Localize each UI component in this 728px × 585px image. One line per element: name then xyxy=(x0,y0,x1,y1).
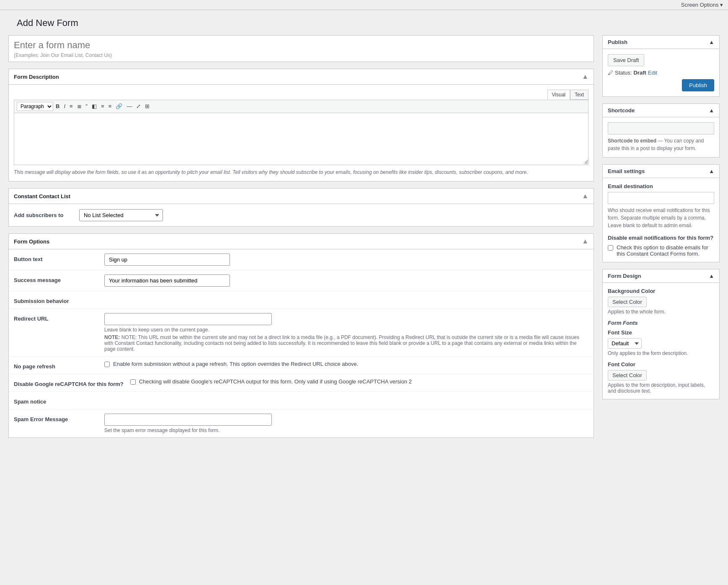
spam-notice-label: Spam notice xyxy=(14,396,98,405)
publish-btn-wrapper: Publish xyxy=(608,79,714,91)
form-description-toggle-icon: ▲ xyxy=(582,73,589,80)
toolbar-format-select[interactable]: Paragraph xyxy=(17,102,53,111)
font-size-select[interactable]: Default Small Medium Large xyxy=(608,338,642,349)
editor-area[interactable] xyxy=(14,113,589,165)
disable-recaptcha-checkbox-label: Checking will disable Google's reCAPTCHA… xyxy=(139,378,412,385)
no-page-refresh-label: No page refresh xyxy=(14,361,98,370)
save-draft-button[interactable]: Save Draft xyxy=(608,54,644,66)
toolbar-ol-btn[interactable]: ≣ xyxy=(75,102,83,111)
main-content: (Examples: Join Our Email List, Contact … xyxy=(8,35,594,445)
toolbar-bold-btn[interactable]: B xyxy=(54,102,61,111)
toolbar-quote-btn[interactable]: " xyxy=(84,102,90,111)
editor-tabs: Visual Text xyxy=(14,90,589,100)
status-value: Draft xyxy=(633,70,646,76)
editor-textarea[interactable] xyxy=(14,113,588,163)
bg-color-button[interactable]: Select Color xyxy=(608,297,647,307)
no-page-refresh-checkbox-row: Enable form submission without a page re… xyxy=(104,361,589,367)
no-page-refresh-checkbox[interactable] xyxy=(104,362,110,367)
form-design-panel: Form Design ▲ Background Color Select Co… xyxy=(602,269,720,399)
spam-error-hint: Set the spam error message displayed for… xyxy=(104,427,589,433)
toolbar-fullscreen-btn[interactable]: ⤢ xyxy=(134,102,142,111)
status-label: Status: xyxy=(615,70,632,76)
form-options-title: Form Options xyxy=(14,238,49,245)
email-settings-toggle-icon: ▲ xyxy=(709,168,714,174)
constant-contact-header[interactable]: Constant Contact List ▲ xyxy=(9,189,594,204)
toolbar-link-btn[interactable]: 🔗 xyxy=(114,102,124,111)
disable-recaptcha-checkbox-row: Checking will disable Google's reCAPTCHA… xyxy=(130,378,589,385)
editor-toolbar: Paragraph B I ≡ ≣ " ◧ ≡ ≡ 🔗 — ⤢ ⊞ xyxy=(14,100,589,113)
toolbar-align-right-btn[interactable]: ≡ xyxy=(107,102,114,111)
submission-behavior-row: Submission behavior xyxy=(9,291,594,309)
disable-email-checkbox[interactable] xyxy=(608,245,613,251)
email-settings-body: Email destination Who should receive ema… xyxy=(603,178,719,262)
shortcode-input[interactable] xyxy=(608,122,714,135)
success-message-row: Success message xyxy=(9,270,594,291)
shortcode-panel-body: Shortcode to embed — You can copy and pa… xyxy=(603,117,719,157)
disable-recaptcha-label: Disable Google reCAPTCHA for this form? xyxy=(14,378,124,387)
shortcode-toggle-icon: ▲ xyxy=(709,107,714,114)
publish-button[interactable]: Publish xyxy=(682,79,714,91)
no-page-refresh-content: Enable form submission without a page re… xyxy=(104,361,589,367)
toolbar-hr-btn[interactable]: — xyxy=(125,102,134,111)
success-message-label: Success message xyxy=(14,274,98,283)
spam-error-content: Set the spam error message displayed for… xyxy=(104,414,589,433)
list-row: Add subscribers to No List Selected xyxy=(9,204,594,226)
bg-color-label: Background Color xyxy=(608,288,714,294)
publish-toggle-icon: ▲ xyxy=(709,39,714,45)
disable-recaptcha-content: Checking will disable Google's reCAPTCHA… xyxy=(130,378,589,385)
disable-recaptcha-row: Disable Google reCAPTCHA for this form? … xyxy=(9,374,594,392)
redirect-url-input[interactable] xyxy=(104,313,272,325)
spam-error-input[interactable] xyxy=(104,414,272,426)
redirect-url-content: Leave blank to keep users on the current… xyxy=(104,313,589,352)
spam-error-label: Spam Error Message xyxy=(14,414,98,422)
form-description-header[interactable]: Form Description ▲ xyxy=(9,69,594,85)
list-select[interactable]: No List Selected xyxy=(79,209,163,221)
toolbar-ul-btn[interactable]: ≡ xyxy=(68,102,75,111)
form-name-input[interactable] xyxy=(9,36,594,52)
font-size-row: Default Small Medium Large xyxy=(608,338,714,349)
toolbar-align-left-btn[interactable]: ◧ xyxy=(90,102,98,111)
toolbar-italic-btn[interactable]: I xyxy=(62,102,67,111)
email-destination-input[interactable] xyxy=(608,192,714,204)
redirect-hint2: NOTE: NOTE: This URL must be within the … xyxy=(104,334,589,352)
form-name-section: (Examples: Join Our Email List, Contact … xyxy=(8,35,594,62)
disable-recaptcha-checkbox[interactable] xyxy=(130,379,136,385)
redirect-hint2-text: NOTE: This URL must be within the curren… xyxy=(104,334,579,352)
shortcode-panel: Shortcode ▲ Shortcode to embed — You can… xyxy=(602,104,720,158)
font-color-button[interactable]: Select Color xyxy=(608,370,647,381)
redirect-url-label: Redirect URL xyxy=(14,313,98,322)
form-options-header[interactable]: Form Options ▲ xyxy=(9,234,594,249)
status-row: 🖊 Status: Draft Edit xyxy=(608,70,714,76)
tab-visual[interactable]: Visual xyxy=(547,90,570,100)
sidebar: Publish ▲ Save Draft 🖊 Status: Draft Edi… xyxy=(602,35,720,445)
shortcode-panel-header[interactable]: Shortcode ▲ xyxy=(603,104,719,117)
shortcode-panel-title: Shortcode xyxy=(608,107,635,114)
disable-email-checkbox-row: Check this option to disable emails for … xyxy=(608,244,714,257)
toolbar-align-center-btn[interactable]: ≡ xyxy=(99,102,106,111)
form-design-toggle-icon: ▲ xyxy=(709,273,714,279)
tab-text[interactable]: Text xyxy=(570,90,589,100)
publish-panel-header[interactable]: Publish ▲ xyxy=(603,36,719,49)
font-color-applies: Applies to the form description, input l… xyxy=(608,382,714,394)
redirect-hint2-bold: NOTE: xyxy=(104,334,121,340)
no-page-refresh-checkbox-label: Enable form submission without a page re… xyxy=(113,361,358,367)
form-options-toggle-icon: ▲ xyxy=(582,238,589,245)
font-size-hint: Only applies to the form description. xyxy=(608,350,714,356)
constant-contact-panel: Constant Contact List ▲ Add subscribers … xyxy=(8,188,594,227)
constant-contact-title: Constant Contact List xyxy=(14,193,70,199)
success-message-input[interactable] xyxy=(104,274,230,287)
toolbar-grid-btn[interactable]: ⊞ xyxy=(143,102,151,111)
button-text-input[interactable] xyxy=(104,254,230,266)
status-edit-link[interactable]: Edit xyxy=(648,70,657,76)
form-description-panel: Form Description ▲ Visual Text Paragraph… xyxy=(8,69,594,181)
page-title: Add New Form xyxy=(8,13,87,28)
publish-panel: Publish ▲ Save Draft 🖊 Status: Draft Edi… xyxy=(602,35,720,97)
publish-panel-title: Publish xyxy=(608,39,627,45)
redirect-hint1: Leave blank to keep users on the current… xyxy=(104,327,589,333)
editor-hint: This message will display above the form… xyxy=(14,168,589,176)
screen-options-button[interactable]: Screen Options ▾ xyxy=(681,2,723,8)
email-settings-panel: Email settings ▲ Email destination Who s… xyxy=(602,164,720,262)
success-message-content xyxy=(104,274,589,287)
email-settings-header[interactable]: Email settings ▲ xyxy=(603,165,719,178)
form-design-header[interactable]: Form Design ▲ xyxy=(603,269,719,283)
